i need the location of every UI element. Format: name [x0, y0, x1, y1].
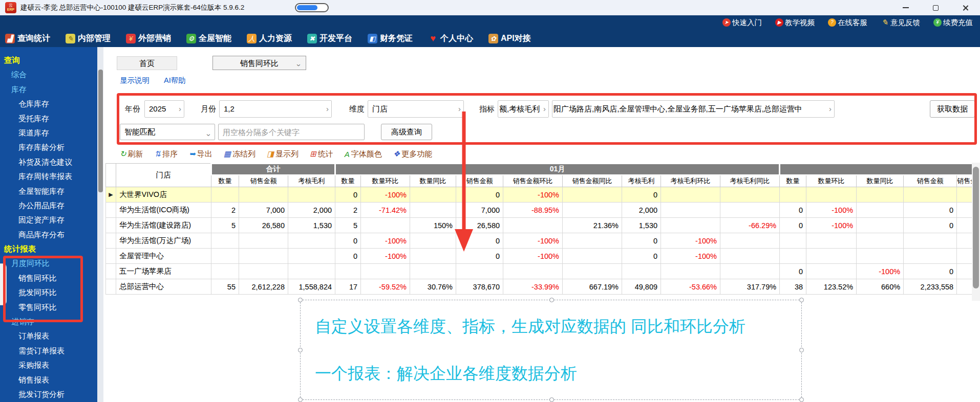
- table-cell[interactable]: -100%: [361, 233, 410, 249]
- table-cell[interactable]: [288, 249, 335, 264]
- sidebar-item-retail-compare[interactable]: 零售同环比: [0, 300, 103, 315]
- sidebar-item-wholesale-analysis[interactable]: 批发订货分析: [0, 387, 103, 401]
- table-cell[interactable]: [957, 279, 974, 295]
- table-cell[interactable]: 26,580: [239, 218, 288, 233]
- year-field[interactable]: 2025 ›: [144, 100, 184, 118]
- table-cell[interactable]: [239, 264, 288, 279]
- table-cell[interactable]: 1,558,824: [288, 279, 335, 295]
- sidebar-item-goods-distribution[interactable]: 商品库存分布: [0, 228, 103, 242]
- table-cell[interactable]: [720, 203, 780, 218]
- stores-field[interactable]: 阳广场路店,南风店,全屋管理中心,全屋业务部,五一广场苹果店,总部运营中 ›: [552, 100, 835, 118]
- table-cell[interactable]: [661, 264, 720, 279]
- table-cell[interactable]: [857, 249, 904, 264]
- close-button[interactable]: [950, 0, 980, 15]
- table-cell[interactable]: [563, 264, 622, 279]
- table-cell[interactable]: [957, 218, 974, 233]
- col-header[interactable]: 考核毛利: [288, 175, 335, 187]
- table-cell[interactable]: 2: [211, 203, 239, 218]
- more-functions-button[interactable]: ❖更多功能: [393, 149, 432, 159]
- menu-personal-center[interactable]: ♥个人中心: [428, 33, 473, 44]
- col-header-partial[interactable]: 销售金额环比: [957, 175, 974, 187]
- table-cell[interactable]: [720, 249, 780, 264]
- sidebar-item-psi[interactable]: 进销存: [0, 315, 103, 329]
- table-cell[interactable]: [503, 264, 563, 279]
- table-row[interactable]: ▶ 大世界VIVO店 0-100%0-100%0: [106, 187, 974, 203]
- table-cell[interactable]: [780, 233, 806, 249]
- table-cell[interactable]: 0: [456, 249, 503, 264]
- table-cell[interactable]: [410, 249, 456, 264]
- table-cell[interactable]: [563, 203, 622, 218]
- table-cell[interactable]: 660%: [857, 279, 904, 295]
- month-field[interactable]: 1,2 ›: [219, 100, 332, 118]
- table-cell[interactable]: [288, 233, 335, 249]
- col-header[interactable]: 数量环比: [361, 175, 410, 187]
- table-cell[interactable]: 0: [622, 187, 661, 203]
- table-cell[interactable]: 123.52%: [806, 279, 857, 295]
- sidebar-item-replenish-advice[interactable]: 补货及清仓建议: [0, 155, 103, 169]
- table-cell[interactable]: -100%: [857, 264, 904, 279]
- sidebar-item-comprehensive[interactable]: 综合: [0, 68, 103, 82]
- show-columns-button[interactable]: ◨显示列: [267, 149, 299, 159]
- table-cell[interactable]: -100%: [503, 249, 563, 264]
- store-name-cell[interactable]: 华为生活馆(建设路店): [116, 218, 211, 233]
- store-name-cell[interactable]: 华为生活馆(万达广场): [116, 233, 211, 249]
- table-cell[interactable]: [410, 203, 456, 218]
- table-cell[interactable]: 667.19%: [563, 279, 622, 295]
- sidebar-item-inventory[interactable]: 库存: [0, 82, 103, 97]
- sidebar-item-monthly-compare[interactable]: 月度同环比: [0, 256, 103, 271]
- table-cell[interactable]: [720, 233, 780, 249]
- table-cell[interactable]: 0: [622, 249, 661, 264]
- table-row[interactable]: 华为生活馆(ICO商场) 27,0002,0002-71.42%7,000-88…: [106, 203, 974, 218]
- sidebar-item-purchase-report[interactable]: 采购报表: [0, 358, 103, 372]
- store-name-cell[interactable]: 华为生活馆(ICO商场): [116, 203, 211, 218]
- table-cell[interactable]: -100%: [661, 233, 720, 249]
- table-cell[interactable]: 30.76%: [410, 279, 456, 295]
- table-cell[interactable]: [857, 187, 904, 203]
- table-cell[interactable]: -71.42%: [361, 203, 410, 218]
- table-cell[interactable]: 1,530: [288, 218, 335, 233]
- table-cell[interactable]: [720, 187, 780, 203]
- advanced-query-button[interactable]: 高级查询: [381, 124, 432, 140]
- table-cell[interactable]: [361, 218, 410, 233]
- col-header[interactable]: 销售金额环比: [503, 175, 563, 187]
- sidebar-item-office-stock[interactable]: 办公用品库存: [0, 198, 103, 213]
- table-cell[interactable]: [806, 249, 857, 264]
- sidebar-item-stock-aging[interactable]: 库存库龄分析: [0, 140, 103, 154]
- sidebar-item-asset-stock[interactable]: 固定资产库存: [0, 213, 103, 227]
- table-cell[interactable]: 0: [904, 264, 957, 279]
- table-cell[interactable]: 317.79%: [720, 279, 780, 295]
- table-cell[interactable]: [904, 187, 957, 203]
- table-cell[interactable]: [780, 187, 806, 203]
- table-cell[interactable]: [622, 264, 661, 279]
- col-header[interactable]: 考核毛利环比: [661, 175, 720, 187]
- table-cell[interactable]: [361, 264, 410, 279]
- table-cell[interactable]: [904, 233, 957, 249]
- table-cell[interactable]: 5: [335, 218, 361, 233]
- table-cell[interactable]: [957, 233, 974, 249]
- table-cell[interactable]: 1,530: [622, 218, 661, 233]
- table-cell[interactable]: 17: [335, 279, 361, 295]
- table-cell[interactable]: [288, 264, 335, 279]
- minimize-button[interactable]: [891, 0, 921, 15]
- sidebar-item-channel-stock[interactable]: 渠道库存: [0, 126, 103, 140]
- table-cell[interactable]: -100%: [806, 203, 857, 218]
- table-row[interactable]: 华为生活馆(万达广场) 0-100%0-100%0-100%: [106, 233, 974, 249]
- table-cell[interactable]: [410, 233, 456, 249]
- table-cell[interactable]: 55: [211, 279, 239, 295]
- table-row[interactable]: 总部运营中心 552,612,2281,558,82417-59.52%30.7…: [106, 279, 974, 295]
- table-cell[interactable]: [904, 249, 957, 264]
- ai-help-link[interactable]: AI帮助: [164, 76, 186, 85]
- table-cell[interactable]: [335, 264, 361, 279]
- col-header[interactable]: 考核毛利同比: [720, 175, 780, 187]
- table-cell[interactable]: 0: [780, 264, 806, 279]
- menu-hr[interactable]: 人人力资源: [247, 33, 292, 44]
- titlebar-toggle[interactable]: [295, 3, 329, 12]
- table-cell[interactable]: [563, 187, 622, 203]
- menu-finance-voucher[interactable]: ◧财务凭证: [368, 33, 413, 44]
- col-header[interactable]: 考核毛利: [622, 175, 661, 187]
- fetch-data-button[interactable]: 获取数据: [930, 100, 975, 118]
- table-cell[interactable]: 2,233,558: [904, 279, 957, 295]
- table-cell[interactable]: 150%: [410, 218, 456, 233]
- menu-external-marketing[interactable]: ¥外部营销: [126, 33, 171, 44]
- metric-field[interactable]: 额,考核毛利 ›: [498, 100, 549, 118]
